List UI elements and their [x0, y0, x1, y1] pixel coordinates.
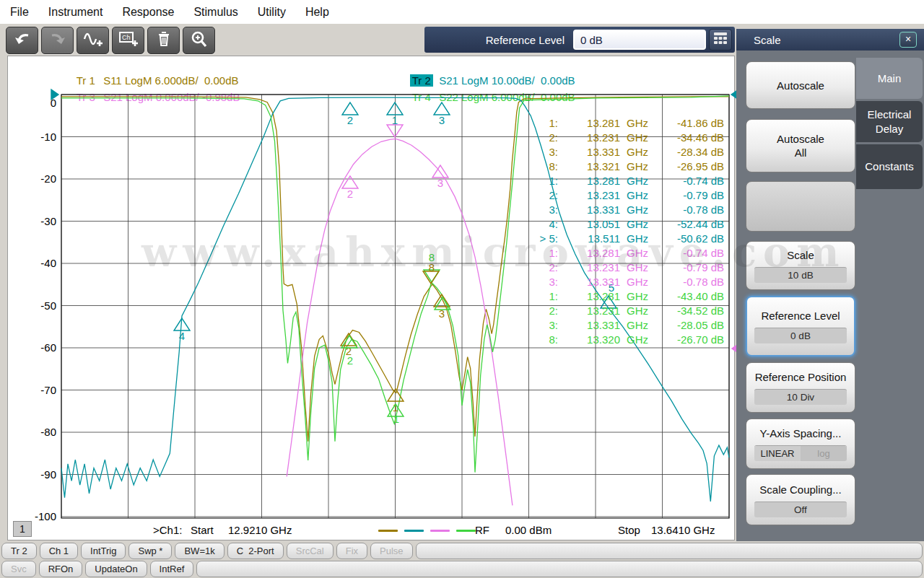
marker-readout-row: > 5:13.511GHz-50.62 dB: [532, 231, 724, 245]
marker-readout-row: 2:13.231GHz-34.52 dB: [532, 303, 724, 318]
menu-response[interactable]: Response: [122, 6, 174, 19]
marker-readout-row: 2:13.231GHz-0.79 dB: [532, 260, 724, 274]
status-updateon[interactable]: UpdateOn: [85, 561, 147, 577]
status-ch-1[interactable]: Ch 1: [40, 543, 78, 559]
tab-main[interactable]: Main: [856, 58, 923, 99]
menu-instrument[interactable]: Instrument: [48, 6, 103, 19]
undo-icon: [12, 30, 33, 51]
marker-readout-row: 2:13.231GHz-34.46 dB: [532, 130, 724, 144]
stop-value: 13.6410 GHz: [651, 524, 715, 536]
panel-title: Scale: [754, 34, 899, 46]
y-axis-spacing-toggle: LINEAR log: [754, 445, 847, 461]
status-fix[interactable]: Fix: [336, 543, 367, 559]
reference-level-entry-bar: Reference Level: [424, 27, 735, 53]
y-axis-spacing-button[interactable]: Y-Axis Spacing... LINEAR log: [746, 419, 855, 469]
autoscale-button[interactable]: Autoscale: [746, 61, 855, 109]
status-pulse[interactable]: Pulse: [370, 543, 413, 559]
trace-3-label[interactable]: Tr 3 S21 LogM 0.060dB/ -0.98dB: [62, 79, 240, 115]
rf-label: RF: [475, 524, 489, 536]
menu-help[interactable]: Help: [305, 6, 329, 19]
channel-label: >Ch1:: [153, 524, 182, 536]
status-bar: Tr 2Ch 1IntTrigSwp *BW=1kC 2-PortSrcCalF…: [0, 541, 924, 578]
menu-stimulus[interactable]: Stimulus: [193, 6, 237, 19]
y-axis-label: -40: [29, 257, 56, 269]
status-tr-2[interactable]: Tr 2: [1, 543, 37, 559]
zoom-in-icon: [188, 30, 210, 51]
vna-application-window: FileInstrumentResponseStimulusUtilityHel…: [0, 0, 924, 578]
stop-label: Stop: [618, 524, 640, 536]
reference-level-value: 0 dB: [754, 328, 847, 343]
status-svc[interactable]: Svc: [1, 561, 36, 577]
status-c-2-port[interactable]: C 2-Port: [227, 543, 284, 559]
start-label: Start: [191, 524, 214, 536]
trash-icon: [153, 30, 175, 51]
log-option[interactable]: log: [801, 446, 847, 461]
autoscale-all-button[interactable]: Autoscale All: [746, 119, 855, 172]
add-channel-button[interactable]: Ch: [112, 27, 144, 54]
scale-coupling-button[interactable]: Scale Coupling... Off: [746, 474, 855, 525]
close-icon[interactable]: ×: [899, 32, 917, 48]
marker-readout-row: 1:13.281GHz-43.40 dB: [532, 289, 724, 303]
menu-utility[interactable]: Utility: [258, 6, 286, 19]
marker-readout-row: 3:13.331GHz-28.34 dB: [532, 144, 724, 159]
tab-electrical-delay[interactable]: Electrical Delay: [856, 101, 923, 142]
scale-panel-header: Scale ×: [736, 29, 924, 51]
marker-readout-row: 1:13.281GHz-0.74 dB: [532, 245, 724, 260]
reference-level-button[interactable]: Reference Level 0 dB: [746, 296, 855, 356]
y-axis-label: -30: [29, 215, 56, 227]
linear-option[interactable]: LINEAR: [754, 446, 801, 461]
zoom-button[interactable]: [183, 27, 215, 54]
panel-tabs: MainElectrical DelayConstants: [856, 58, 924, 191]
y-axis-label: 0: [29, 97, 56, 109]
scale-coupling-value: Off: [754, 502, 847, 517]
svg-text:Ch: Ch: [122, 34, 131, 41]
y-axis-label: -70: [29, 384, 56, 396]
redo-button[interactable]: [41, 27, 74, 54]
keypad-button[interactable]: [709, 29, 732, 51]
delete-button[interactable]: [147, 27, 180, 54]
reference-level-input[interactable]: [573, 30, 706, 50]
status-bw-1k[interactable]: BW=1k: [175, 543, 224, 559]
trace-color-dash: [404, 530, 424, 532]
y-axis-label: -100: [29, 510, 56, 522]
scale-button[interactable]: Scale 10 dB: [746, 241, 855, 290]
blank-button[interactable]: [746, 181, 855, 232]
reference-position-button[interactable]: Reference Position 10 Div: [746, 362, 855, 413]
add-trace-button[interactable]: [77, 27, 109, 54]
keypad-icon: [713, 32, 728, 48]
tab-constants[interactable]: Constants: [856, 144, 923, 189]
channel-badge[interactable]: 1: [13, 521, 32, 537]
marker-readout-row: 3:13.331GHz-0.78 dB: [532, 202, 724, 216]
marker-readout-table: 1:13.281GHz-41.86 dB2:13.231GHz-34.46 dB…: [532, 115, 724, 346]
menu-bar: FileInstrumentResponseStimulusUtilityHel…: [0, 0, 924, 24]
y-axis-label: -10: [29, 131, 56, 143]
y-axis-label: -60: [29, 341, 56, 354]
rf-value: 0.00 dBm: [505, 524, 552, 536]
trace-4-id: Tr 4: [410, 91, 433, 103]
add-channel-icon: Ch: [118, 30, 139, 51]
undo-button[interactable]: [6, 27, 38, 54]
menu-file[interactable]: File: [10, 6, 29, 19]
status-srccal[interactable]: SrcCal: [287, 543, 334, 559]
marker-readout-row: 3:13.331GHz-28.05 dB: [532, 318, 724, 332]
start-value: 12.9210 GHz: [228, 524, 292, 536]
status-filler[interactable]: [416, 543, 923, 559]
marker-readout-row: 3:13.331GHz-0.78 dB: [532, 274, 724, 289]
trace-4-label[interactable]: Tr 4 S22 LogM 6.000dB/ 0.00dB: [398, 79, 575, 115]
y-axis-label: -20: [29, 172, 56, 185]
status-filler[interactable]: [196, 561, 923, 577]
y-axis-label: -80: [29, 426, 56, 438]
status-intref[interactable]: IntRef: [150, 561, 194, 577]
status-inttrig[interactable]: IntTrig: [81, 543, 126, 559]
reference-position-value: 10 Div: [754, 389, 847, 405]
scale-value: 10 dB: [754, 267, 847, 283]
y-axis-label: -50: [29, 299, 56, 312]
add-trace-icon: [82, 30, 104, 51]
redo-icon: [47, 30, 69, 51]
status-rfon[interactable]: RFOn: [39, 561, 83, 577]
trace-color-dash: [430, 530, 450, 532]
trace-color-dash: [378, 530, 398, 532]
status-swp-[interactable]: Swp *: [128, 543, 172, 559]
scale-panel: Scale × Autoscale Autoscale All Scale 10…: [736, 29, 924, 541]
marker-readout-row: 4:13.051GHz-52.44 dB: [532, 216, 724, 231]
